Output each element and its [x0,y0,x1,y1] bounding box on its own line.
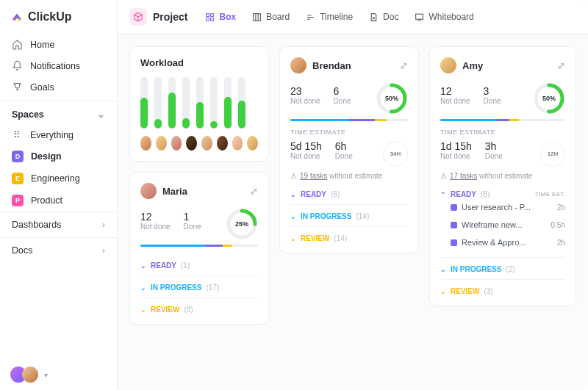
status-ready[interactable]: ⌃READY(8)TIME EST. [440,183,565,198]
space-badge: D [12,151,24,162]
person-card: Amy⤢12Not done3Done50%TIME ESTIMATE1d 15… [429,46,576,306]
view-tab-whiteboard[interactable]: Whiteboard [407,7,481,26]
space-label: Engineering [31,173,80,184]
status-name: REVIEW [151,306,179,314]
task-row[interactable]: User research - P...2h [440,198,565,216]
view-tab-box[interactable]: Box [198,7,243,26]
space-item-engineering[interactable]: EEngineering [0,167,117,189]
project-chip[interactable]: Project [129,8,187,26]
status-in-progress[interactable]: ⌄IN PROGRESS(17) [140,275,258,292]
status-ready[interactable]: ⌄READY(1) [140,254,258,270]
status-name: REVIEW [451,287,479,295]
user-switcher[interactable]: ▾ [0,359,117,390]
view-tab-board[interactable]: Board [245,7,297,26]
chevron-icon: ⌄ [140,284,146,292]
task-row[interactable]: Wireframe new...0.5h [440,216,565,234]
chevron-icon: ⌄ [440,266,446,273]
view-tab-label: Box [219,12,236,22]
svg-rect-2 [207,18,209,21]
status-count: (17) [206,284,219,292]
status-count: (14) [356,212,369,220]
warning-text: without estimate [327,172,382,180]
view-tab-label: Board [266,12,290,22]
status-review[interactable]: ⌄REVIEW(3) [440,279,565,295]
space-item-design[interactable]: DDesign [0,145,117,167]
notdone-count: 23 [290,85,320,97]
nav-docs[interactable]: Docs › [0,237,117,263]
task-status-icon [451,239,457,246]
time-estimate-header: TIME ESTIMATE [440,129,565,136]
warning-link[interactable]: 17 tasks [450,172,477,180]
avatar [156,136,167,151]
svg-rect-0 [207,13,209,16]
task-row[interactable]: Review & Appro...2h [440,234,565,251]
chevron-icon: ⌄ [140,262,146,270]
avatar [290,57,306,73]
time-estimate-stats: 5d 15hNot done6hDone [290,140,353,160]
space-item-product[interactable]: PProduct [0,189,117,212]
stats: 12Not done1Done [140,211,201,231]
trophy-icon [12,82,23,93]
workload-bar [140,77,148,129]
view-tab-timeline[interactable]: Timeline [298,7,360,26]
avatar [22,366,38,383]
board: Workload Maria⤢12Not done1Done25%⌄READY(… [118,35,588,390]
nav-dashboards[interactable]: Dashboards › [0,212,117,237]
warning-icon: ⚠ [290,172,297,180]
workload-avatars [140,136,258,151]
task-name: User research - P... [462,203,553,212]
status-in-progress[interactable]: ⌄IN PROGRESS(2) [440,257,565,273]
chevron-right-icon: › [102,245,105,256]
workload-chart [140,77,258,129]
view-tab-label: Whiteboard [429,12,473,22]
warning-icon: ⚠ [440,172,447,180]
expand-icon[interactable]: ⤢ [557,60,565,71]
task-status-icon [451,204,457,211]
time-estimate-header: TIME ESTIMATE [290,129,408,136]
stats: 23Not done6Done [290,85,351,105]
nav-notifications-label: Notifications [30,61,80,71]
warning-link[interactable]: 19 tasks [300,172,327,180]
avatar [140,183,157,199]
status-in-progress[interactable]: ⌄IN PROGRESS(14) [290,204,408,220]
svg-rect-1 [211,13,214,16]
space-label: Design [31,151,62,162]
status-review[interactable]: ⌄REVIEW(14) [290,226,408,242]
app-root: ClickUp Home Notifications Goals Spaces … [0,0,588,390]
workload-bar [168,77,176,129]
notdone-count: 12 [440,85,470,97]
nav-home[interactable]: Home [0,34,117,55]
svg-rect-3 [211,18,214,21]
nav-dashboards-label: Dashboards [12,220,61,230]
progress-ring: 25% [226,208,258,240]
status-name: READY [301,190,326,198]
status-ready[interactable]: ⌄READY(8) [290,183,408,198]
spaces-header[interactable]: Spaces ⌄ [0,101,117,124]
space-badge: E [12,173,24,184]
avatar [140,136,151,151]
view-tab-doc[interactable]: Doc [362,7,406,26]
expand-icon[interactable]: ⤢ [400,60,408,71]
view-tab-label: Timeline [320,12,353,22]
project-title: Project [153,11,187,23]
status-count: (2) [506,265,514,273]
te-notdone: 1d 15h [440,140,472,152]
nav-goals[interactable]: Goals [0,76,117,98]
main: Project BoxBoardTimelineDocWhiteboard Wo… [118,0,588,390]
notdone-label: Not done [440,97,470,105]
nav-notifications[interactable]: Notifications [0,55,117,76]
spaces-header-label: Spaces [12,109,44,120]
chevron-icon: ⌃ [440,191,446,198]
warning-row: ⚠19 tasks without estimate [290,172,408,180]
svg-rect-4 [254,13,261,21]
brand-logo[interactable]: ClickUp [0,0,117,31]
status-review[interactable]: ⌄REVIEW(8) [140,297,258,314]
expand-icon[interactable]: ⤢ [250,186,258,197]
chevron-down-icon: ▾ [44,371,48,379]
avatar [217,136,228,151]
status-count: (1) [181,261,190,270]
warning-text: without estimate [477,172,532,180]
space-everything[interactable]: ⠿ Everything [0,124,117,145]
progress-bar [440,119,565,121]
topbar: Project BoxBoardTimelineDocWhiteboard [118,0,588,35]
